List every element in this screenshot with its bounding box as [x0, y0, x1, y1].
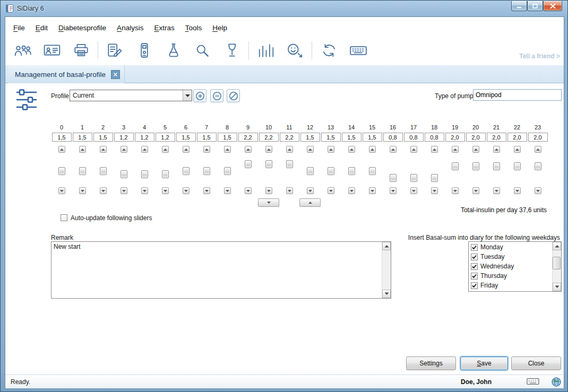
slider-up-button[interactable]: [452, 146, 459, 153]
slider-down-button[interactable]: [410, 187, 417, 194]
weekday-checkbox[interactable]: [471, 273, 478, 280]
slider-up-button[interactable]: [535, 146, 541, 153]
basal-value-input[interactable]: 1,5: [342, 133, 362, 142]
basal-value-input[interactable]: 2,0: [528, 133, 548, 142]
auto-update-checkbox[interactable]: [61, 214, 67, 221]
scrollbar-thumb[interactable]: [553, 257, 561, 269]
weekday-item-thursday[interactable]: Thursday: [469, 271, 552, 281]
slider-up-button[interactable]: [121, 146, 127, 153]
remark-scrollbar[interactable]: [382, 242, 391, 298]
slider-up-wide-button[interactable]: [299, 198, 321, 207]
slider-up-button[interactable]: [162, 146, 169, 153]
basal-value-input[interactable]: 1,5: [197, 133, 217, 142]
slider-down-wide-button[interactable]: [258, 198, 279, 207]
basal-value-input[interactable]: 2,2: [238, 133, 258, 142]
globe-icon[interactable]: [551, 377, 562, 387]
slider-thumb[interactable]: [121, 170, 127, 178]
basal-value-input[interactable]: 0,8: [404, 133, 424, 142]
basal-value-input[interactable]: 2,0: [445, 133, 465, 142]
slider-up-button[interactable]: [100, 146, 107, 153]
slider-up-button[interactable]: [328, 146, 334, 153]
basal-value-input[interactable]: 1,2: [156, 133, 175, 142]
scroll-up-icon[interactable]: [382, 242, 391, 250]
slider-down-button[interactable]: [224, 187, 231, 194]
slider-down-button[interactable]: [245, 187, 252, 194]
slider-thumb[interactable]: [472, 162, 479, 170]
slider-down-button[interactable]: [514, 187, 521, 194]
slider-thumb[interactable]: [203, 167, 210, 175]
slider-thumb[interactable]: [307, 167, 314, 175]
basal-value-input[interactable]: 1,5: [73, 133, 92, 142]
slider-up-button[interactable]: [286, 146, 293, 153]
weekday-checkbox[interactable]: [471, 282, 478, 289]
slider-thumb[interactable]: [535, 162, 541, 170]
basal-value-input[interactable]: 1,5: [363, 133, 382, 142]
slider-up-button[interactable]: [203, 146, 210, 153]
slider-up-button[interactable]: [369, 146, 376, 153]
weekday-checkbox[interactable]: [471, 254, 478, 260]
slider-up-button[interactable]: [493, 146, 500, 153]
slider-thumb[interactable]: [431, 174, 438, 182]
slider-up-button[interactable]: [514, 146, 521, 153]
slider-thumb[interactable]: [348, 167, 355, 175]
slider-up-button[interactable]: [410, 146, 417, 153]
slider-up-button[interactable]: [307, 146, 314, 153]
slider-up-button[interactable]: [265, 146, 272, 153]
slider-down-button[interactable]: [307, 187, 314, 194]
scroll-down-icon[interactable]: [553, 283, 561, 291]
slider-thumb[interactable]: [100, 167, 107, 175]
slider-thumb[interactable]: [58, 167, 65, 175]
weekday-item-tuesday[interactable]: Tuesday: [469, 252, 552, 262]
basal-value-input[interactable]: 2,0: [487, 133, 506, 142]
close-button[interactable]: Close: [511, 356, 561, 370]
slider-thumb[interactable]: [452, 162, 459, 170]
basal-value-input[interactable]: 1,2: [114, 133, 134, 142]
slider-thumb[interactable]: [390, 174, 397, 182]
slider-down-button[interactable]: [472, 187, 479, 194]
slider-down-button[interactable]: [265, 187, 272, 194]
slider-down-button[interactable]: [369, 187, 376, 194]
remark-textarea[interactable]: New start: [51, 241, 391, 299]
weekday-checkbox[interactable]: [471, 244, 478, 251]
slider-thumb[interactable]: [162, 170, 169, 178]
basal-value-input[interactable]: 0,8: [425, 133, 444, 142]
slider-thumb[interactable]: [493, 162, 500, 170]
weekday-item-monday[interactable]: Monday: [469, 242, 552, 252]
slider-down-button[interactable]: [100, 187, 107, 194]
slider-up-button[interactable]: [224, 146, 231, 153]
slider-down-button[interactable]: [535, 187, 541, 194]
basal-value-input[interactable]: 1,5: [300, 133, 320, 142]
slider-up-button[interactable]: [472, 146, 479, 153]
slider-thumb[interactable]: [224, 167, 231, 175]
scroll-up-icon[interactable]: [553, 242, 561, 250]
slider-down-button[interactable]: [452, 187, 459, 194]
slider-down-button[interactable]: [121, 187, 127, 194]
basal-value-input[interactable]: 2,2: [259, 133, 279, 142]
slider-thumb[interactable]: [265, 160, 272, 168]
basal-value-input[interactable]: 1,5: [321, 133, 341, 142]
slider-down-button[interactable]: [286, 187, 293, 194]
slider-thumb[interactable]: [183, 167, 190, 175]
slider-up-button[interactable]: [431, 146, 438, 153]
weekday-item-friday[interactable]: Friday: [469, 281, 552, 290]
slider-up-button[interactable]: [390, 146, 397, 153]
slider-down-button[interactable]: [183, 187, 190, 194]
slider-down-button[interactable]: [141, 187, 148, 194]
weekday-checkbox[interactable]: [471, 263, 478, 270]
basal-value-input[interactable]: 2,2: [280, 133, 299, 142]
settings-button[interactable]: Settings: [406, 356, 456, 370]
slider-up-button[interactable]: [183, 146, 190, 153]
slider-thumb[interactable]: [141, 170, 148, 178]
slider-down-button[interactable]: [493, 187, 500, 194]
slider-up-button[interactable]: [141, 146, 148, 153]
basal-value-input[interactable]: 1,5: [218, 133, 237, 142]
basal-value-input[interactable]: 1,5: [176, 133, 196, 142]
slider-down-button[interactable]: [328, 187, 334, 194]
slider-up-button[interactable]: [348, 146, 355, 153]
slider-up-button[interactable]: [79, 146, 86, 153]
slider-down-button[interactable]: [431, 187, 438, 194]
basal-value-input[interactable]: 0,8: [383, 133, 403, 142]
slider-up-button[interactable]: [58, 146, 65, 153]
slider-thumb[interactable]: [79, 167, 86, 175]
basal-value-input[interactable]: 1,5: [52, 133, 72, 142]
